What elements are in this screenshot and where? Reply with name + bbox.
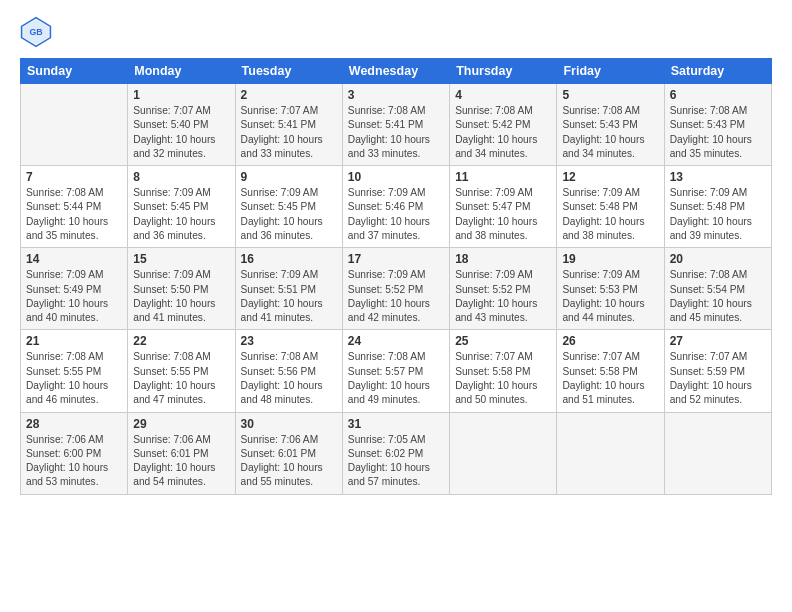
day-number: 20: [670, 252, 766, 266]
calendar-cell: 2Sunrise: 7:07 AM Sunset: 5:41 PM Daylig…: [235, 84, 342, 166]
day-info: Sunrise: 7:07 AM Sunset: 5:59 PM Dayligh…: [670, 350, 766, 407]
day-number: 4: [455, 88, 551, 102]
calendar-cell: 1Sunrise: 7:07 AM Sunset: 5:40 PM Daylig…: [128, 84, 235, 166]
calendar-cell: 12Sunrise: 7:09 AM Sunset: 5:48 PM Dayli…: [557, 166, 664, 248]
day-number: 8: [133, 170, 229, 184]
calendar-cell: [450, 412, 557, 494]
calendar-cell: 7Sunrise: 7:08 AM Sunset: 5:44 PM Daylig…: [21, 166, 128, 248]
calendar-cell: 18Sunrise: 7:09 AM Sunset: 5:52 PM Dayli…: [450, 248, 557, 330]
day-info: Sunrise: 7:07 AM Sunset: 5:58 PM Dayligh…: [455, 350, 551, 407]
week-row-2: 7Sunrise: 7:08 AM Sunset: 5:44 PM Daylig…: [21, 166, 772, 248]
calendar-cell: [664, 412, 771, 494]
calendar-cell: 25Sunrise: 7:07 AM Sunset: 5:58 PM Dayli…: [450, 330, 557, 412]
calendar-cell: 24Sunrise: 7:08 AM Sunset: 5:57 PM Dayli…: [342, 330, 449, 412]
day-number: 5: [562, 88, 658, 102]
day-info: Sunrise: 7:09 AM Sunset: 5:45 PM Dayligh…: [133, 186, 229, 243]
day-info: Sunrise: 7:09 AM Sunset: 5:49 PM Dayligh…: [26, 268, 122, 325]
day-number: 26: [562, 334, 658, 348]
day-info: Sunrise: 7:09 AM Sunset: 5:45 PM Dayligh…: [241, 186, 337, 243]
calendar-table: SundayMondayTuesdayWednesdayThursdayFrid…: [20, 58, 772, 495]
calendar-cell: 17Sunrise: 7:09 AM Sunset: 5:52 PM Dayli…: [342, 248, 449, 330]
day-info: Sunrise: 7:08 AM Sunset: 5:55 PM Dayligh…: [26, 350, 122, 407]
calendar-cell: 16Sunrise: 7:09 AM Sunset: 5:51 PM Dayli…: [235, 248, 342, 330]
page: GB SundayMondayTuesdayWednesdayThursdayF…: [0, 0, 792, 507]
day-number: 1: [133, 88, 229, 102]
day-info: Sunrise: 7:09 AM Sunset: 5:51 PM Dayligh…: [241, 268, 337, 325]
calendar-cell: 27Sunrise: 7:07 AM Sunset: 5:59 PM Dayli…: [664, 330, 771, 412]
day-number: 13: [670, 170, 766, 184]
day-number: 14: [26, 252, 122, 266]
day-info: Sunrise: 7:08 AM Sunset: 5:56 PM Dayligh…: [241, 350, 337, 407]
day-info: Sunrise: 7:05 AM Sunset: 6:02 PM Dayligh…: [348, 433, 444, 490]
header: GB: [20, 16, 772, 48]
calendar-cell: 4Sunrise: 7:08 AM Sunset: 5:42 PM Daylig…: [450, 84, 557, 166]
calendar-cell: 30Sunrise: 7:06 AM Sunset: 6:01 PM Dayli…: [235, 412, 342, 494]
week-row-5: 28Sunrise: 7:06 AM Sunset: 6:00 PM Dayli…: [21, 412, 772, 494]
day-number: 27: [670, 334, 766, 348]
calendar-cell: 13Sunrise: 7:09 AM Sunset: 5:48 PM Dayli…: [664, 166, 771, 248]
day-info: Sunrise: 7:08 AM Sunset: 5:54 PM Dayligh…: [670, 268, 766, 325]
week-row-3: 14Sunrise: 7:09 AM Sunset: 5:49 PM Dayli…: [21, 248, 772, 330]
day-info: Sunrise: 7:07 AM Sunset: 5:40 PM Dayligh…: [133, 104, 229, 161]
calendar-cell: [557, 412, 664, 494]
header-row: SundayMondayTuesdayWednesdayThursdayFrid…: [21, 59, 772, 84]
day-info: Sunrise: 7:09 AM Sunset: 5:47 PM Dayligh…: [455, 186, 551, 243]
logo: GB: [20, 16, 56, 48]
week-row-4: 21Sunrise: 7:08 AM Sunset: 5:55 PM Dayli…: [21, 330, 772, 412]
day-number: 15: [133, 252, 229, 266]
day-number: 22: [133, 334, 229, 348]
day-info: Sunrise: 7:09 AM Sunset: 5:48 PM Dayligh…: [670, 186, 766, 243]
day-info: Sunrise: 7:07 AM Sunset: 5:58 PM Dayligh…: [562, 350, 658, 407]
day-info: Sunrise: 7:08 AM Sunset: 5:44 PM Dayligh…: [26, 186, 122, 243]
calendar-cell: [21, 84, 128, 166]
day-number: 16: [241, 252, 337, 266]
calendar-cell: 6Sunrise: 7:08 AM Sunset: 5:43 PM Daylig…: [664, 84, 771, 166]
day-info: Sunrise: 7:06 AM Sunset: 6:00 PM Dayligh…: [26, 433, 122, 490]
calendar-cell: 15Sunrise: 7:09 AM Sunset: 5:50 PM Dayli…: [128, 248, 235, 330]
day-info: Sunrise: 7:08 AM Sunset: 5:57 PM Dayligh…: [348, 350, 444, 407]
day-info: Sunrise: 7:08 AM Sunset: 5:41 PM Dayligh…: [348, 104, 444, 161]
svg-text:GB: GB: [29, 27, 42, 37]
day-number: 12: [562, 170, 658, 184]
calendar-cell: 20Sunrise: 7:08 AM Sunset: 5:54 PM Dayli…: [664, 248, 771, 330]
day-number: 31: [348, 417, 444, 431]
calendar-cell: 9Sunrise: 7:09 AM Sunset: 5:45 PM Daylig…: [235, 166, 342, 248]
calendar-cell: 19Sunrise: 7:09 AM Sunset: 5:53 PM Dayli…: [557, 248, 664, 330]
day-number: 18: [455, 252, 551, 266]
day-number: 3: [348, 88, 444, 102]
day-info: Sunrise: 7:09 AM Sunset: 5:52 PM Dayligh…: [455, 268, 551, 325]
day-info: Sunrise: 7:06 AM Sunset: 6:01 PM Dayligh…: [133, 433, 229, 490]
day-number: 9: [241, 170, 337, 184]
day-number: 2: [241, 88, 337, 102]
calendar-cell: 14Sunrise: 7:09 AM Sunset: 5:49 PM Dayli…: [21, 248, 128, 330]
day-header-saturday: Saturday: [664, 59, 771, 84]
day-number: 29: [133, 417, 229, 431]
calendar-cell: 11Sunrise: 7:09 AM Sunset: 5:47 PM Dayli…: [450, 166, 557, 248]
day-info: Sunrise: 7:09 AM Sunset: 5:48 PM Dayligh…: [562, 186, 658, 243]
day-header-tuesday: Tuesday: [235, 59, 342, 84]
day-number: 19: [562, 252, 658, 266]
calendar-cell: 29Sunrise: 7:06 AM Sunset: 6:01 PM Dayli…: [128, 412, 235, 494]
calendar-cell: 26Sunrise: 7:07 AM Sunset: 5:58 PM Dayli…: [557, 330, 664, 412]
day-header-wednesday: Wednesday: [342, 59, 449, 84]
day-info: Sunrise: 7:08 AM Sunset: 5:42 PM Dayligh…: [455, 104, 551, 161]
day-number: 17: [348, 252, 444, 266]
calendar-cell: 22Sunrise: 7:08 AM Sunset: 5:55 PM Dayli…: [128, 330, 235, 412]
day-number: 7: [26, 170, 122, 184]
calendar-cell: 10Sunrise: 7:09 AM Sunset: 5:46 PM Dayli…: [342, 166, 449, 248]
week-row-1: 1Sunrise: 7:07 AM Sunset: 5:40 PM Daylig…: [21, 84, 772, 166]
day-number: 6: [670, 88, 766, 102]
calendar-cell: 31Sunrise: 7:05 AM Sunset: 6:02 PM Dayli…: [342, 412, 449, 494]
day-number: 21: [26, 334, 122, 348]
day-header-friday: Friday: [557, 59, 664, 84]
day-number: 10: [348, 170, 444, 184]
day-info: Sunrise: 7:07 AM Sunset: 5:41 PM Dayligh…: [241, 104, 337, 161]
day-number: 23: [241, 334, 337, 348]
calendar-cell: 23Sunrise: 7:08 AM Sunset: 5:56 PM Dayli…: [235, 330, 342, 412]
calendar-cell: 3Sunrise: 7:08 AM Sunset: 5:41 PM Daylig…: [342, 84, 449, 166]
day-header-monday: Monday: [128, 59, 235, 84]
day-info: Sunrise: 7:06 AM Sunset: 6:01 PM Dayligh…: [241, 433, 337, 490]
day-info: Sunrise: 7:08 AM Sunset: 5:43 PM Dayligh…: [562, 104, 658, 161]
day-info: Sunrise: 7:09 AM Sunset: 5:46 PM Dayligh…: [348, 186, 444, 243]
day-number: 24: [348, 334, 444, 348]
